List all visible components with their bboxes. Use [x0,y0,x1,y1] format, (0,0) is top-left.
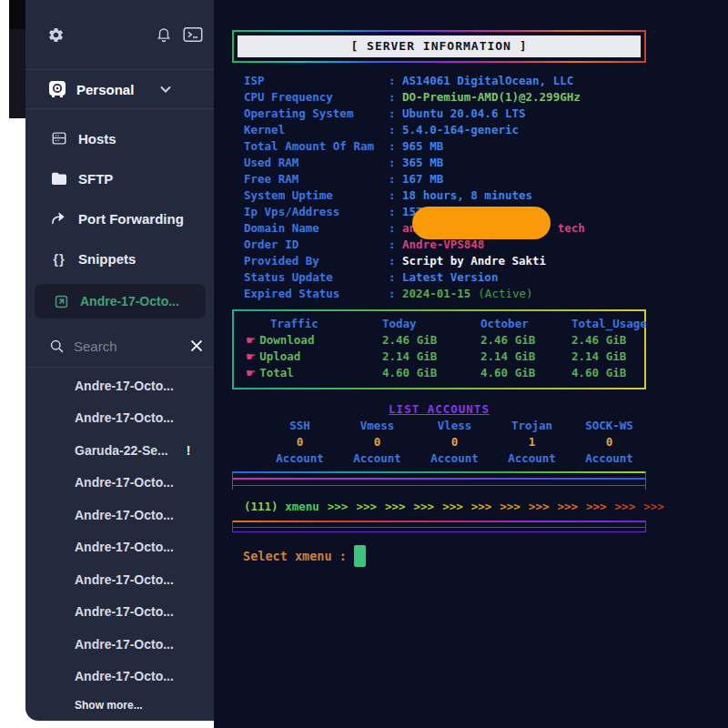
sidebar-item-label: Port Forwarding [78,211,184,227]
search-bar [25,326,214,366]
info-row-free-ram: Free RAM: 167 MB [244,171,646,187]
terminal-prompt[interactable]: Select xmenu : [243,544,366,568]
host-list-item[interactable]: Garuda-22-Se...! [25,434,214,467]
terminal-window-icon[interactable] [183,25,203,45]
info-row-kernel: Kernel: 5.4.0-164-generic [244,122,646,138]
notifications-bell-icon[interactable] [154,25,174,45]
port-forwarding-arrow-icon [49,208,69,228]
traffic-row-download: ☛Download 2.46 GiB 2.46 GiB 2.46 GiB [234,332,644,349]
host-list-item[interactable]: Andre-17-Octo... [25,499,214,531]
rainbow-divider-box [232,521,646,532]
active-session-label: Andre-17-Octo... [80,294,179,308]
sidebar-topbar [25,0,214,69]
server-info-lines: ISP: AS14061 DigitalOcean, LLC CPU Frequ… [244,73,646,302]
account-selector-personal[interactable]: Personal [25,70,214,108]
divider [25,108,214,109]
sidebar-item-sftp[interactable]: SFTP [25,158,214,198]
search-input[interactable] [72,338,167,355]
info-row-uptime: System Uptime: 18 hours, 8 minutes [244,187,646,204]
sidebar-item-label: Hosts [78,131,116,147]
info-row-status-update: Status Update: Latest Version [244,269,646,286]
traffic-row-total: ☛Total 4.60 GiB 4.60 GiB 4.60 GiB [234,365,644,381]
traffic-header-row: Traffic Today October Total_Usage [234,316,644,332]
warning-exclamation-badge: ! [187,443,191,458]
sidebar-item-snippets[interactable]: {} Snippets [25,238,214,278]
accounts-table: SSH0Account Vmess0Account Vless0Account … [261,418,648,467]
sidebar-item-active-session[interactable]: Andre-17-Octo... [35,284,206,318]
info-row-isp: ISP: AS14061 DigitalOcean, LLC [244,73,646,89]
pointer-hand-icon: ☛ [246,366,256,379]
redaction-blob [412,207,551,239]
sidebar: Personal Hosts SFTP Port Forwarding {} S… [25,0,214,721]
sidebar-item-label: SFTP [78,171,113,187]
rainbow-divider-box [232,471,646,490]
pointer-hand-icon: ☛ [246,349,256,363]
host-list-item[interactable]: Andre-17-Octo... [25,467,214,500]
account-col-sockws: SOCK-WS0Account [571,418,648,467]
xmenu-banner: (111) xmenu>>>>>>>>>>>>>>>>>>>>>>>>>>>>>… [244,499,664,515]
show-more-link[interactable]: Show more... [75,699,143,712]
chevron-down-icon[interactable] [156,79,176,99]
divider [25,367,214,368]
account-name: Personal [76,82,134,97]
host-list-item[interactable]: Andre-17-Octo... [25,369,214,402]
info-row-used-ram: Used RAM: 365 MB [244,155,646,171]
terminal-cursor [354,545,366,567]
hosts-server-icon [49,128,69,148]
window-edge-corner [9,0,25,29]
search-clear-x-icon[interactable] [190,336,203,356]
host-list-item[interactable]: Andre-17-Octo... [25,563,214,596]
search-icon [49,336,65,356]
host-list: Andre-17-Octo... Andre-17-Octo... Garuda… [25,369,214,693]
list-accounts-title: LIST ACCOUNTS [232,401,646,418]
terminal-pane[interactable]: [ SERVER INFORMATION ] ISP: AS14061 Digi… [214,0,728,728]
info-row-expired-status: Expired Status: 2024-01-15(Active) [244,286,646,302]
sidebar-item-hosts[interactable]: Hosts [25,118,214,158]
server-information-banner: [ SERVER INFORMATION ] [232,30,646,63]
host-list-item[interactable]: Andre-17-Octo... [25,661,214,693]
info-row-cpu: CPU Frequency: DO-Premium-AMD(1)@2.299GH… [244,89,646,106]
host-list-item[interactable]: Andre-17-Octo... [25,402,214,435]
pointer-hand-icon: ☛ [246,333,256,347]
host-list-item[interactable]: Andre-17-Octo... [25,531,214,564]
account-col-vmess: Vmess0Account [339,418,416,467]
settings-gear-icon[interactable] [46,25,66,45]
active-session-icon [51,291,71,311]
host-list-item[interactable]: Andre-17-Octo... [25,628,214,661]
prompt-label: Select xmenu : [243,549,347,563]
info-row-provided-by: Provided By: Script by Andre Sakti [244,253,646,269]
info-row-os: Operating System: Ubuntu 20.04.6 LTS [244,106,646,122]
account-col-vless: Vless0Account [416,418,493,467]
sidebar-item-port-forwarding[interactable]: Port Forwarding [25,198,214,238]
host-list-item[interactable]: Andre-17-Octo... [25,596,214,629]
account-col-trojan: Trojan1Account [493,418,571,467]
server-information-title: [ SERVER INFORMATION ] [238,35,641,57]
folder-icon [49,168,69,188]
vault-icon [47,79,67,99]
traffic-table: Traffic Today October Total_Usage ☛Downl… [232,309,646,389]
account-col-ssh: SSH0Account [261,418,339,467]
traffic-row-upload: ☛Upload 2.14 GiB 2.14 GiB 2.14 GiB [234,349,644,365]
sidebar-item-label: Snippets [78,251,136,267]
braces-icon: {} [49,248,69,268]
info-row-total-ram: Total Amount Of Ram: 965 MB [244,138,646,155]
